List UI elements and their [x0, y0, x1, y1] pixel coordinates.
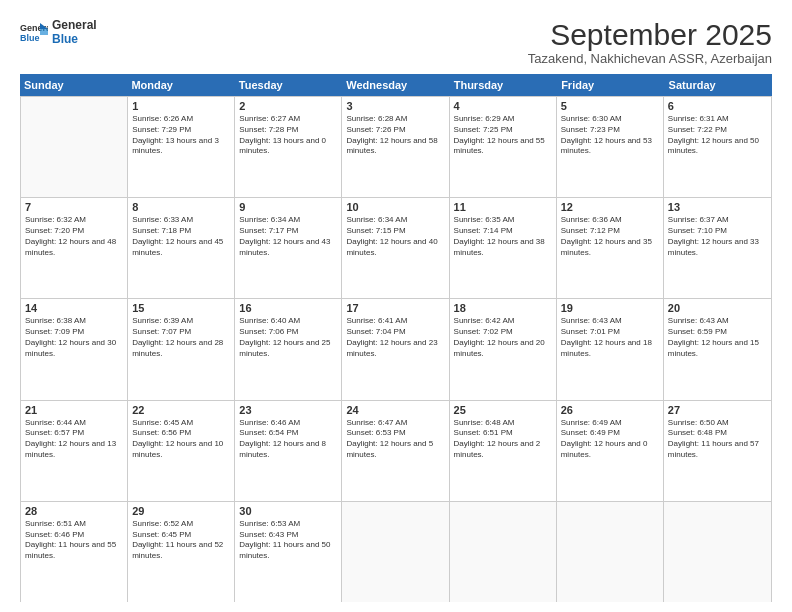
calendar-cell: 24Sunrise: 6:47 AMSunset: 6:53 PMDayligh… — [342, 401, 449, 501]
day-number: 14 — [25, 302, 123, 314]
day-number: 6 — [668, 100, 767, 112]
calendar-cell: 26Sunrise: 6:49 AMSunset: 6:49 PMDayligh… — [557, 401, 664, 501]
header-day: Wednesday — [342, 74, 449, 96]
header-day: Sunday — [20, 74, 127, 96]
day-number: 12 — [561, 201, 659, 213]
calendar-cell: 14Sunrise: 6:38 AMSunset: 7:09 PMDayligh… — [21, 299, 128, 399]
calendar-cell: 29Sunrise: 6:52 AMSunset: 6:45 PMDayligh… — [128, 502, 235, 602]
cell-info: Sunrise: 6:46 AMSunset: 6:54 PMDaylight:… — [239, 418, 337, 461]
day-number: 10 — [346, 201, 444, 213]
calendar-cell: 22Sunrise: 6:45 AMSunset: 6:56 PMDayligh… — [128, 401, 235, 501]
day-number: 1 — [132, 100, 230, 112]
calendar-cell: 27Sunrise: 6:50 AMSunset: 6:48 PMDayligh… — [664, 401, 771, 501]
calendar-cell: 11Sunrise: 6:35 AMSunset: 7:14 PMDayligh… — [450, 198, 557, 298]
cell-info: Sunrise: 6:37 AMSunset: 7:10 PMDaylight:… — [668, 215, 767, 258]
cell-info: Sunrise: 6:34 AMSunset: 7:17 PMDaylight:… — [239, 215, 337, 258]
day-number: 26 — [561, 404, 659, 416]
calendar-cell — [342, 502, 449, 602]
day-number: 16 — [239, 302, 337, 314]
day-number: 18 — [454, 302, 552, 314]
cell-info: Sunrise: 6:50 AMSunset: 6:48 PMDaylight:… — [668, 418, 767, 461]
calendar-cell: 25Sunrise: 6:48 AMSunset: 6:51 PMDayligh… — [450, 401, 557, 501]
location: Tazakend, Nakhichevan ASSR, Azerbaijan — [528, 51, 772, 66]
day-number: 28 — [25, 505, 123, 517]
calendar-cell — [21, 97, 128, 197]
day-number: 13 — [668, 201, 767, 213]
day-number: 19 — [561, 302, 659, 314]
day-number: 24 — [346, 404, 444, 416]
cell-info: Sunrise: 6:30 AMSunset: 7:23 PMDaylight:… — [561, 114, 659, 157]
calendar-cell: 10Sunrise: 6:34 AMSunset: 7:15 PMDayligh… — [342, 198, 449, 298]
cell-info: Sunrise: 6:43 AMSunset: 7:01 PMDaylight:… — [561, 316, 659, 359]
logo-general: General — [52, 18, 97, 32]
day-number: 30 — [239, 505, 337, 517]
cell-info: Sunrise: 6:36 AMSunset: 7:12 PMDaylight:… — [561, 215, 659, 258]
calendar-week: 7Sunrise: 6:32 AMSunset: 7:20 PMDaylight… — [21, 198, 771, 299]
calendar-cell: 15Sunrise: 6:39 AMSunset: 7:07 PMDayligh… — [128, 299, 235, 399]
cell-info: Sunrise: 6:52 AMSunset: 6:45 PMDaylight:… — [132, 519, 230, 562]
cell-info: Sunrise: 6:32 AMSunset: 7:20 PMDaylight:… — [25, 215, 123, 258]
cell-info: Sunrise: 6:41 AMSunset: 7:04 PMDaylight:… — [346, 316, 444, 359]
calendar-cell: 9Sunrise: 6:34 AMSunset: 7:17 PMDaylight… — [235, 198, 342, 298]
calendar-cell: 17Sunrise: 6:41 AMSunset: 7:04 PMDayligh… — [342, 299, 449, 399]
header: General Blue General Blue September 2025… — [20, 18, 772, 66]
calendar-cell: 7Sunrise: 6:32 AMSunset: 7:20 PMDaylight… — [21, 198, 128, 298]
svg-marker-3 — [40, 29, 48, 35]
calendar-cell: 1Sunrise: 6:26 AMSunset: 7:29 PMDaylight… — [128, 97, 235, 197]
calendar-cell: 3Sunrise: 6:28 AMSunset: 7:26 PMDaylight… — [342, 97, 449, 197]
calendar-cell: 8Sunrise: 6:33 AMSunset: 7:18 PMDaylight… — [128, 198, 235, 298]
logo-icon: General Blue — [20, 21, 48, 43]
day-number: 29 — [132, 505, 230, 517]
calendar-cell: 20Sunrise: 6:43 AMSunset: 6:59 PMDayligh… — [664, 299, 771, 399]
calendar-cell: 2Sunrise: 6:27 AMSunset: 7:28 PMDaylight… — [235, 97, 342, 197]
day-number: 25 — [454, 404, 552, 416]
cell-info: Sunrise: 6:38 AMSunset: 7:09 PMDaylight:… — [25, 316, 123, 359]
calendar-grid: 1Sunrise: 6:26 AMSunset: 7:29 PMDaylight… — [20, 96, 772, 602]
day-number: 15 — [132, 302, 230, 314]
calendar: SundayMondayTuesdayWednesdayThursdayFrid… — [20, 74, 772, 602]
header-day: Saturday — [665, 74, 772, 96]
calendar-week: 14Sunrise: 6:38 AMSunset: 7:09 PMDayligh… — [21, 299, 771, 400]
calendar-cell: 18Sunrise: 6:42 AMSunset: 7:02 PMDayligh… — [450, 299, 557, 399]
cell-info: Sunrise: 6:45 AMSunset: 6:56 PMDaylight:… — [132, 418, 230, 461]
calendar-cell — [450, 502, 557, 602]
day-number: 20 — [668, 302, 767, 314]
calendar-cell: 12Sunrise: 6:36 AMSunset: 7:12 PMDayligh… — [557, 198, 664, 298]
day-number: 4 — [454, 100, 552, 112]
header-day: Tuesday — [235, 74, 342, 96]
cell-info: Sunrise: 6:49 AMSunset: 6:49 PMDaylight:… — [561, 418, 659, 461]
header-day: Friday — [557, 74, 664, 96]
cell-info: Sunrise: 6:28 AMSunset: 7:26 PMDaylight:… — [346, 114, 444, 157]
calendar-week: 28Sunrise: 6:51 AMSunset: 6:46 PMDayligh… — [21, 502, 771, 602]
cell-info: Sunrise: 6:39 AMSunset: 7:07 PMDaylight:… — [132, 316, 230, 359]
calendar-cell: 5Sunrise: 6:30 AMSunset: 7:23 PMDaylight… — [557, 97, 664, 197]
cell-info: Sunrise: 6:26 AMSunset: 7:29 PMDaylight:… — [132, 114, 230, 157]
logo-blue: Blue — [52, 32, 97, 46]
cell-info: Sunrise: 6:47 AMSunset: 6:53 PMDaylight:… — [346, 418, 444, 461]
day-number: 9 — [239, 201, 337, 213]
cell-info: Sunrise: 6:31 AMSunset: 7:22 PMDaylight:… — [668, 114, 767, 157]
calendar-cell: 16Sunrise: 6:40 AMSunset: 7:06 PMDayligh… — [235, 299, 342, 399]
day-number: 11 — [454, 201, 552, 213]
calendar-cell: 21Sunrise: 6:44 AMSunset: 6:57 PMDayligh… — [21, 401, 128, 501]
day-number: 5 — [561, 100, 659, 112]
day-number: 2 — [239, 100, 337, 112]
calendar-cell — [664, 502, 771, 602]
cell-info: Sunrise: 6:35 AMSunset: 7:14 PMDaylight:… — [454, 215, 552, 258]
day-number: 17 — [346, 302, 444, 314]
cell-info: Sunrise: 6:27 AMSunset: 7:28 PMDaylight:… — [239, 114, 337, 157]
calendar-week: 21Sunrise: 6:44 AMSunset: 6:57 PMDayligh… — [21, 401, 771, 502]
day-number: 22 — [132, 404, 230, 416]
page: General Blue General Blue September 2025… — [0, 0, 792, 612]
day-number: 21 — [25, 404, 123, 416]
logo: General Blue General Blue — [20, 18, 97, 46]
cell-info: Sunrise: 6:29 AMSunset: 7:25 PMDaylight:… — [454, 114, 552, 157]
day-number: 7 — [25, 201, 123, 213]
month-title: September 2025 — [528, 18, 772, 51]
svg-text:Blue: Blue — [20, 33, 40, 43]
calendar-cell: 6Sunrise: 6:31 AMSunset: 7:22 PMDaylight… — [664, 97, 771, 197]
cell-info: Sunrise: 6:40 AMSunset: 7:06 PMDaylight:… — [239, 316, 337, 359]
day-number: 23 — [239, 404, 337, 416]
calendar-cell: 13Sunrise: 6:37 AMSunset: 7:10 PMDayligh… — [664, 198, 771, 298]
header-day: Thursday — [450, 74, 557, 96]
